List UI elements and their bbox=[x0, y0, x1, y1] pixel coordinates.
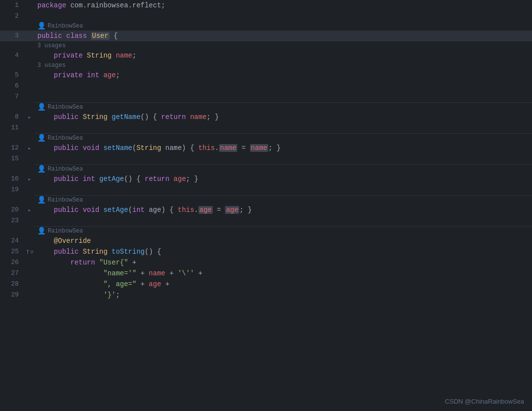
meta-usages-age: 3 usages bbox=[0, 61, 532, 70]
line-content-3: public class User { bbox=[34, 30, 532, 41]
line-row-11: 11 bbox=[0, 122, 532, 133]
line-row-24: 24 @Override bbox=[0, 235, 532, 246]
usages-label-name: 3 usages bbox=[37, 41, 66, 50]
line-num-3: 3 bbox=[0, 30, 25, 41]
meta-rainbowsea-4: 👤 RainbowSea bbox=[0, 165, 532, 174]
user-icon-3: 👤 bbox=[37, 134, 46, 143]
line-content-28: ", age=" + age + bbox=[34, 279, 532, 290]
line-num-4: 4 bbox=[0, 50, 25, 61]
line-num-26: 26 bbox=[0, 257, 25, 268]
gutter-19 bbox=[25, 184, 34, 195]
line-content-27: "name='" + name + '\'' + bbox=[34, 268, 532, 279]
line-num-19: 19 bbox=[0, 184, 25, 195]
meta-rainbowsea-1: 👤 RainbowSea bbox=[0, 22, 532, 30]
gutter-15 bbox=[25, 153, 34, 164]
line-row-4: 4 private String name; bbox=[0, 50, 532, 61]
gutter-29 bbox=[25, 290, 34, 300]
gutter-3 bbox=[25, 30, 34, 41]
meta-rainbowsea-3: 👤 RainbowSea bbox=[0, 134, 532, 143]
gutter-28 bbox=[25, 279, 34, 290]
line-row-6: 6 bbox=[0, 81, 532, 91]
watermark: CSDN @ChinaRainbowSea bbox=[445, 398, 524, 405]
line-content-7 bbox=[34, 91, 532, 102]
gutter-24 bbox=[25, 235, 34, 246]
gutter-20: ▸ bbox=[25, 205, 34, 215]
line-num-2: 2 bbox=[0, 11, 25, 22]
line-content-19 bbox=[34, 184, 532, 195]
line-row-7: 7 bbox=[0, 91, 532, 102]
line-content-4: private String name; bbox=[34, 50, 532, 61]
gutter-11 bbox=[25, 122, 34, 133]
meta-label-1: RainbowSea bbox=[48, 22, 83, 30]
line-content-25: public String toString() { bbox=[34, 246, 532, 257]
meta-rainbowsea-5: 👤 RainbowSea bbox=[0, 196, 532, 205]
meta-label-5: RainbowSea bbox=[48, 196, 83, 205]
line-row-8: 8 ▸ public String getName() { return nam… bbox=[0, 112, 532, 122]
user-icon-1: 👤 bbox=[37, 22, 46, 30]
line-row-2: 2 bbox=[0, 11, 532, 22]
meta-rainbowsea-6: 👤 RainbowSea bbox=[0, 227, 532, 235]
line-content-29: '}'; bbox=[34, 290, 532, 300]
gutter-8: ▸ bbox=[25, 112, 34, 122]
meta-label-4: RainbowSea bbox=[48, 165, 83, 174]
line-num-24: 24 bbox=[0, 235, 25, 246]
user-icon-4: 👤 bbox=[37, 165, 46, 174]
gutter-2 bbox=[25, 11, 34, 22]
line-row-5: 5 private int age; bbox=[0, 70, 532, 81]
meta-label-3: RainbowSea bbox=[48, 134, 83, 143]
fold-icon-12[interactable]: ▸ bbox=[28, 145, 31, 151]
line-row-25: 25 ↑ ▽ public String toString() { bbox=[0, 246, 532, 257]
gutter-4 bbox=[25, 50, 34, 61]
line-row-19: 19 bbox=[0, 184, 532, 195]
gutter-5 bbox=[25, 70, 34, 81]
gutter-6 bbox=[25, 81, 34, 91]
gutter-25: ↑ ▽ bbox=[25, 246, 34, 257]
line-content-20: public void setAge(int age) { this.age =… bbox=[34, 205, 532, 215]
fold-icon-8[interactable]: ▸ bbox=[28, 114, 31, 120]
line-content-11 bbox=[34, 122, 532, 133]
line-content-6 bbox=[34, 81, 532, 91]
line-content-15 bbox=[34, 153, 532, 164]
fold-icon-20[interactable]: ▸ bbox=[28, 207, 31, 213]
line-content-16: public int getAge() { return age; } bbox=[34, 174, 532, 184]
user-icon-5: 👤 bbox=[37, 196, 46, 205]
line-num-20: 20 bbox=[0, 205, 25, 215]
line-num-1: 1 bbox=[0, 0, 25, 11]
code-editor: 1 package com.rainbowsea.reflect; 2 👤 Ra… bbox=[0, 0, 532, 300]
meta-usages-name: 3 usages bbox=[0, 41, 532, 50]
line-num-25: 25 bbox=[0, 246, 25, 257]
fold-icon-16[interactable]: ▸ bbox=[28, 176, 31, 182]
user-icon-6: 👤 bbox=[37, 227, 46, 235]
line-content-26: return "User{" + bbox=[34, 257, 532, 268]
gutter-12: ▸ bbox=[25, 143, 34, 153]
line-row-12: 12 ▸ public void setName(String name) { … bbox=[0, 143, 532, 153]
line-content-1: package com.rainbowsea.reflect; bbox=[34, 0, 532, 11]
line-num-15: 15 bbox=[0, 153, 25, 164]
gutter-1 bbox=[25, 0, 34, 11]
meta-label-2: RainbowSea bbox=[48, 103, 83, 112]
line-num-8: 8 bbox=[0, 112, 25, 122]
fold-icon-25[interactable]: ▽ bbox=[30, 249, 33, 255]
line-num-5: 5 bbox=[0, 70, 25, 81]
line-row-26: 26 return "User{" + bbox=[0, 257, 532, 268]
line-row-16: 16 ▸ public int getAge() { return age; } bbox=[0, 174, 532, 184]
line-row-27: 27 "name='" + name + '\'' + bbox=[0, 268, 532, 279]
line-num-27: 27 bbox=[0, 268, 25, 279]
line-num-29: 29 bbox=[0, 290, 25, 300]
gutter-26 bbox=[25, 257, 34, 268]
meta-rainbowsea-2: 👤 RainbowSea bbox=[0, 103, 532, 112]
line-row-28: 28 ", age=" + age + bbox=[0, 279, 532, 290]
gutter-16: ▸ bbox=[25, 174, 34, 184]
line-row-1: 1 package com.rainbowsea.reflect; bbox=[0, 0, 532, 11]
user-icon-2: 👤 bbox=[37, 103, 46, 112]
gutter-27 bbox=[25, 268, 34, 279]
gutter-7 bbox=[25, 91, 34, 102]
line-num-28: 28 bbox=[0, 279, 25, 290]
line-row-15: 15 bbox=[0, 153, 532, 164]
meta-label-6: RainbowSea bbox=[48, 227, 83, 235]
line-content-2 bbox=[34, 11, 532, 22]
line-row-23: 23 bbox=[0, 215, 532, 226]
line-content-12: public void setName(String name) { this.… bbox=[34, 143, 532, 153]
line-num-11: 11 bbox=[0, 122, 25, 133]
line-content-23 bbox=[34, 215, 532, 226]
